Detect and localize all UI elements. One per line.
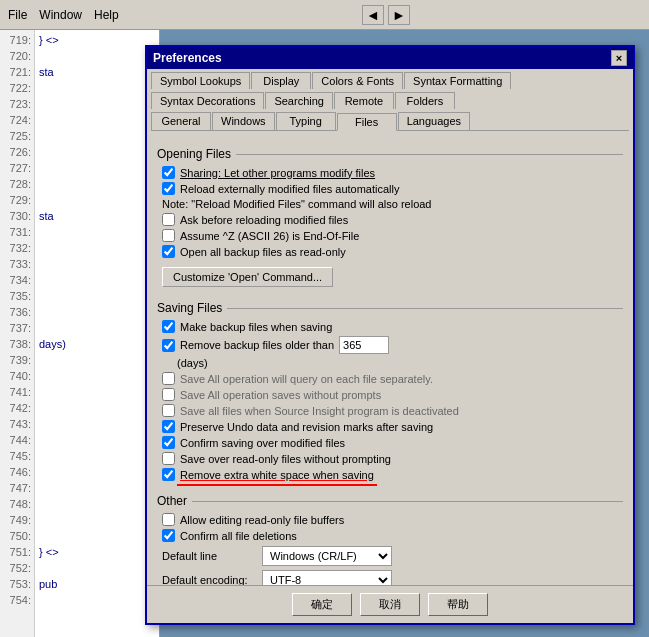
- tab-syntax-decorations[interactable]: Syntax Decorations: [151, 92, 264, 109]
- default-line-select[interactable]: Windows (CR/LF) Unix (LF) Mac (CR): [262, 546, 392, 566]
- menu-help[interactable]: Help: [90, 6, 123, 24]
- days-input[interactable]: [339, 336, 389, 354]
- checkbox-preserve-undo-input[interactable]: [162, 420, 175, 433]
- cancel-button[interactable]: 取消: [360, 593, 420, 616]
- checkbox-remove-backup-input[interactable]: [162, 339, 175, 352]
- checkbox-make-backup-label: Make backup files when saving: [180, 321, 332, 333]
- nav-forward-button[interactable]: ►: [388, 5, 410, 25]
- default-line-row: Default line Windows (CR/LF) Unix (LF) M…: [157, 546, 623, 566]
- customize-open-button[interactable]: Customize 'Open' Command...: [162, 267, 333, 287]
- checkbox-remove-backup: Remove backup files older than: [157, 336, 623, 354]
- tab-general[interactable]: General: [151, 112, 211, 130]
- default-line-label: Default line: [162, 550, 262, 562]
- dialog-title: Preferences: [153, 51, 222, 65]
- checkbox-sharing-input[interactable]: [162, 166, 175, 179]
- dialog-titlebar: Preferences ×: [147, 47, 633, 69]
- code-editor: 719: 720: 721: 722: 723: 724: 725: 726: …: [0, 30, 160, 637]
- checkbox-preserve-undo: Preserve Undo data and revision marks af…: [157, 420, 623, 433]
- checkbox-sharing-label: Sharing: Let other programs modify files: [180, 167, 375, 179]
- ok-button[interactable]: 确定: [292, 593, 352, 616]
- toolbar: File Window Help ◄ ►: [0, 0, 649, 30]
- checkbox-save-all-query-label: Save All operation will query on each fi…: [180, 373, 433, 385]
- tab-remote[interactable]: Remote: [334, 92, 394, 109]
- checkbox-save-deactivated-input[interactable]: [162, 404, 175, 417]
- dialog-body: Opening Files Sharing: Let other program…: [147, 131, 633, 627]
- tab-languages[interactable]: Languages: [398, 112, 470, 130]
- checkbox-preserve-undo-label: Preserve Undo data and revision marks af…: [180, 421, 433, 433]
- note-reload: Note: "Reload Modified Files" command wi…: [162, 198, 623, 210]
- opening-files-header: Opening Files: [157, 147, 623, 161]
- checkbox-confirm-deletion-label: Confirm all file deletions: [180, 530, 297, 542]
- saving-files-header: Saving Files: [157, 301, 623, 315]
- menu-file[interactable]: File: [4, 6, 31, 24]
- days-suffix: (days): [157, 357, 623, 369]
- checkbox-confirm-deletion: Confirm all file deletions: [157, 529, 623, 542]
- checkbox-allow-editing: Allow editing read-only file buffers: [157, 513, 623, 526]
- tabs-row-1: Symbol Lookups Display Colors & Fonts Sy…: [147, 69, 633, 130]
- checkbox-save-all-noprompt-input[interactable]: [162, 388, 175, 401]
- checkbox-ask-before: Ask before reloading modified files: [157, 213, 623, 226]
- red-underline-indicator: [177, 484, 377, 486]
- checkbox-save-deactivated: Save all files when Source Insight progr…: [157, 404, 623, 417]
- checkbox-assume-z-label: Assume ^Z (ASCII 26) is End-Of-File: [180, 230, 359, 242]
- checkbox-save-over-readonly-label: Save over read-only files without prompt…: [180, 453, 391, 465]
- menu-window[interactable]: Window: [35, 6, 86, 24]
- checkbox-confirm-deletion-input[interactable]: [162, 529, 175, 542]
- checkbox-save-all-noprompt-label: Save All operation saves without prompts: [180, 389, 381, 401]
- help-button[interactable]: 帮助: [428, 593, 488, 616]
- checkbox-save-all-query-input[interactable]: [162, 372, 175, 385]
- tab-colors-fonts[interactable]: Colors & Fonts: [312, 72, 403, 89]
- checkbox-assume-z: Assume ^Z (ASCII 26) is End-Of-File: [157, 229, 623, 242]
- checkbox-confirm-saving-label: Confirm saving over modified files: [180, 437, 345, 449]
- checkbox-save-deactivated-label: Save all files when Source Insight progr…: [180, 405, 459, 417]
- checkbox-remove-whitespace-label: Remove extra white space when saving: [180, 469, 374, 481]
- checkbox-remove-whitespace-input[interactable]: [162, 468, 175, 481]
- preferences-dialog: Preferences × Symbol Lookups Display Col…: [145, 45, 635, 625]
- checkbox-make-backup: Make backup files when saving: [157, 320, 623, 333]
- tab-windows[interactable]: Windows: [212, 112, 275, 130]
- tab-files[interactable]: Files: [337, 113, 397, 131]
- line-numbers: 719: 720: 721: 722: 723: 724: 725: 726: …: [0, 30, 35, 637]
- checkbox-allow-editing-input[interactable]: [162, 513, 175, 526]
- checkbox-make-backup-input[interactable]: [162, 320, 175, 333]
- checkbox-save-over-readonly-input[interactable]: [162, 452, 175, 465]
- other-header: Other: [157, 494, 623, 508]
- checkbox-reload-input[interactable]: [162, 182, 175, 195]
- checkbox-confirm-saving-input[interactable]: [162, 436, 175, 449]
- checkbox-assume-z-input[interactable]: [162, 229, 175, 242]
- checkbox-ask-before-input[interactable]: [162, 213, 175, 226]
- checkbox-backup-readonly-input[interactable]: [162, 245, 175, 258]
- checkbox-remove-backup-label: Remove backup files older than: [180, 339, 334, 351]
- tab-syntax-formatting[interactable]: Syntax Formatting: [404, 72, 511, 89]
- dialog-footer: 确定 取消 帮助: [147, 585, 633, 623]
- nav-back-button[interactable]: ◄: [362, 5, 384, 25]
- checkbox-backup-readonly-label: Open all backup files as read-only: [180, 246, 346, 258]
- checkbox-ask-before-label: Ask before reloading modified files: [180, 214, 348, 226]
- tab-searching[interactable]: Searching: [265, 92, 333, 109]
- checkbox-sharing: Sharing: Let other programs modify files: [157, 166, 623, 179]
- checkbox-save-all-query: Save All operation will query on each fi…: [157, 372, 623, 385]
- tab-folders[interactable]: Folders: [395, 92, 455, 109]
- checkbox-save-over-readonly: Save over read-only files without prompt…: [157, 452, 623, 465]
- checkbox-remove-whitespace: Remove extra white space when saving: [157, 468, 623, 481]
- checkbox-save-all-noprompt: Save All operation saves without prompts: [157, 388, 623, 401]
- code-content: } <> sta sta days): [36, 30, 159, 594]
- tab-typing[interactable]: Typing: [276, 112, 336, 130]
- checkbox-reload-label: Reload externally modified files automat…: [180, 183, 400, 195]
- tab-symbol-lookups[interactable]: Symbol Lookups: [151, 72, 250, 89]
- checkbox-allow-editing-label: Allow editing read-only file buffers: [180, 514, 344, 526]
- checkbox-confirm-saving: Confirm saving over modified files: [157, 436, 623, 449]
- checkbox-reload: Reload externally modified files automat…: [157, 182, 623, 195]
- checkbox-backup-readonly: Open all backup files as read-only: [157, 245, 623, 258]
- tab-display[interactable]: Display: [251, 72, 311, 89]
- close-button[interactable]: ×: [611, 50, 627, 66]
